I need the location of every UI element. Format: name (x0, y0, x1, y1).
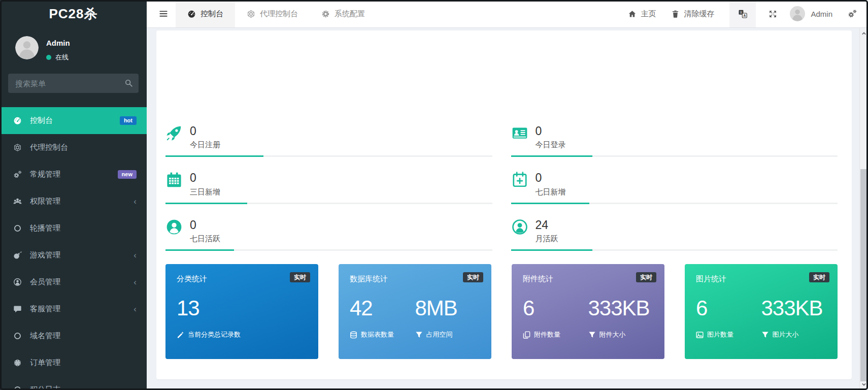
filter-icon (588, 331, 596, 339)
hamburger-menu-icon[interactable] (158, 9, 169, 18)
card-category-stats[interactable]: 分类统计 实时 13 当前分类总记录数 (165, 264, 318, 359)
sidebar: PC28杀 Admin 在线 控制台 hot (0, 0, 147, 390)
content-area: 0 今日注册 0 今日登录 (147, 28, 859, 390)
stat-label: 七日新增 (536, 187, 566, 197)
card-attachment-stats[interactable]: 附件统计 实时 6 附件数量 333KB (512, 264, 664, 359)
sidebar-item-label: 轮播管理 (30, 223, 60, 233)
circle-icon (13, 332, 24, 340)
sidebar-item-support[interactable]: 客服管理 ‹ (0, 296, 147, 322)
sidebar-item-games[interactable]: 游戏管理 ‹ (0, 242, 147, 269)
trash-icon (671, 10, 680, 18)
card-value: 42 (350, 298, 415, 319)
gear-icon (321, 10, 330, 18)
stat-today-login: 0 今日登录 (511, 124, 838, 157)
sidebar-item-permissions[interactable]: 权限管理 ‹ (0, 188, 147, 215)
copy-icon (523, 331, 530, 339)
card-value: 6 (696, 298, 761, 319)
card-value-label: 图片大小 (773, 330, 799, 339)
sidebar-item-label: 订单管理 (30, 358, 60, 368)
tab-agent-dashboard[interactable]: 代理控制台 (235, 0, 310, 27)
search-icon[interactable] (124, 79, 133, 87)
card-value-label: 图片数量 (707, 330, 733, 339)
stat-label: 今日注册 (190, 140, 220, 150)
hexagon-icon (247, 10, 255, 18)
language-switch-button[interactable]: 文 A (729, 0, 756, 27)
summary-cards: 分类统计 实时 13 当前分类总记录数 (165, 264, 838, 359)
filter-icon (415, 331, 423, 339)
settings-cogs-icon[interactable] (848, 9, 857, 18)
sidebar-item-orders[interactable]: 订单管理 (0, 349, 147, 376)
card-value-label: 附件大小 (599, 330, 626, 339)
stat-three-day-new: 0 三日新增 (165, 171, 492, 204)
brand-title: PC28杀 (0, 0, 147, 28)
sidebar-item-dashboard[interactable]: 控制台 hot (0, 107, 147, 134)
scroll-up-arrow-icon[interactable] (860, 29, 868, 38)
realtime-badge: 实时 (463, 272, 483, 282)
sidebar-item-label: 会员管理 (30, 277, 60, 287)
card-title: 分类统计 (177, 274, 307, 284)
fullscreen-icon[interactable] (769, 10, 777, 18)
stat-value: 0 (536, 171, 566, 184)
avatar[interactable] (15, 36, 39, 59)
vertical-scrollbar[interactable] (859, 28, 868, 390)
home-icon (628, 10, 637, 18)
dashboard-icon (187, 10, 196, 18)
stat-label: 七日活跃 (190, 234, 220, 244)
sidebar-item-agent-dashboard[interactable]: 代理控制台 (0, 134, 147, 161)
stat-progress-bar (511, 249, 838, 251)
stat-value: 0 (536, 124, 566, 138)
username[interactable]: Admin (811, 10, 832, 18)
sidebar-item-label: 代理控制台 (30, 143, 68, 152)
chevron-left-icon: ‹ (133, 251, 137, 259)
realtime-badge: 实时 (290, 272, 310, 282)
scrollbar-thumb[interactable] (860, 169, 867, 381)
sidebar-item-general[interactable]: 常规管理 new (0, 161, 147, 188)
card-value: 13 (177, 298, 307, 319)
sidebar-item-points-log[interactable]: 积分日志 (0, 376, 147, 390)
user-panel: Admin 在线 (0, 28, 147, 65)
card-image-stats[interactable]: 图片统计 实时 6 图片数量 (685, 264, 838, 359)
home-label: 主页 (641, 9, 656, 19)
user-circle-icon (13, 278, 24, 286)
sidebar-item-domains[interactable]: 域名管理 (0, 322, 147, 349)
tab-system-config[interactable]: 系统配置 (310, 0, 377, 27)
user-outline-icon (511, 218, 528, 236)
sidebar-item-members[interactable]: 会员管理 ‹ (0, 269, 147, 296)
card-value-label: 数据表数量 (361, 330, 394, 339)
calendar-icon (165, 171, 183, 188)
tab-dashboard[interactable]: 控制台 (176, 0, 235, 27)
sidebar-item-label: 客服管理 (30, 304, 60, 314)
stat-seven-day-new: 0 七日新增 (511, 171, 838, 204)
svg-text:A: A (743, 14, 746, 17)
sidebar-item-label: 积分日志 (30, 385, 60, 390)
stat-label: 月活跃 (536, 234, 558, 244)
comment-icon (13, 305, 24, 313)
new-badge: new (118, 170, 137, 179)
card-value: 333KB (761, 298, 827, 319)
stat-today-register: 0 今日注册 (165, 124, 492, 157)
chevron-left-icon: ‹ (133, 197, 137, 206)
avatar[interactable] (790, 6, 805, 21)
online-dot-icon (46, 55, 51, 60)
search-input[interactable] (8, 74, 139, 93)
scroll-down-arrow-icon[interactable] (860, 380, 868, 388)
stats-grid: 0 今日注册 0 今日登录 (165, 124, 838, 251)
id-card-icon (511, 124, 528, 142)
circle-icon (13, 385, 24, 390)
user-status: 在线 (46, 53, 70, 62)
realtime-badge: 实时 (809, 272, 829, 282)
realtime-badge: 实时 (636, 272, 656, 282)
stat-progress-bar (511, 203, 838, 204)
clear-cache-button[interactable]: 清除缓存 (671, 9, 714, 19)
topbar: 控制台 代理控制台 系统配置 主页 清除缓存 文 A Admin (147, 0, 868, 28)
sidebar-item-label: 游戏管理 (30, 250, 60, 260)
hexagon-icon (13, 143, 24, 152)
home-link[interactable]: 主页 (628, 9, 656, 19)
card-database-stats[interactable]: 数据库统计 实时 42 数据表数量 (339, 264, 491, 359)
card-title: 数据库统计 (350, 274, 480, 284)
filter-icon (761, 331, 769, 339)
user-status-label: 在线 (55, 53, 69, 62)
dashboard-icon (13, 116, 24, 125)
sidebar-item-carousel[interactable]: 轮播管理 (0, 215, 147, 242)
card-value-label: 附件数量 (534, 330, 560, 339)
